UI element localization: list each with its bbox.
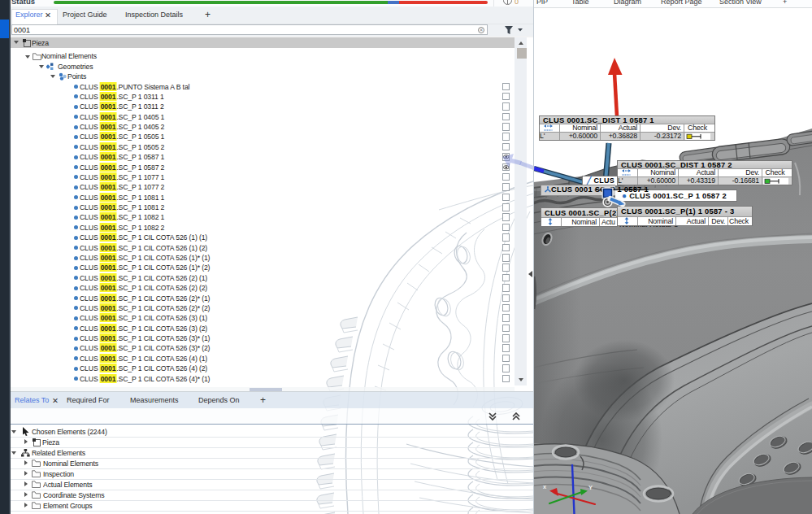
svg-text:Y: Y — [588, 484, 593, 491]
